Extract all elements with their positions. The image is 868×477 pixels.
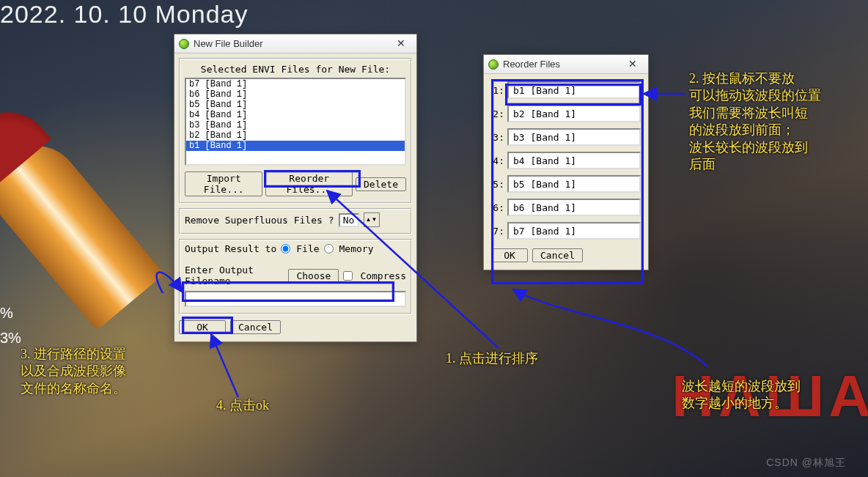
remove-superfluous-toggle[interactable]: ▲▼	[364, 212, 380, 227]
reorder-files-button[interactable]: Reorder Files...	[265, 171, 353, 196]
reorder-row-number: 1:	[491, 85, 504, 96]
file-list-item[interactable]: b2 [Band 1]	[186, 130, 405, 141]
output-file-radio[interactable]: File	[281, 243, 319, 254]
annotation-3: 3. 进行路径的设置 以及合成波段影像 文件的名称命名。	[21, 346, 126, 397]
reorder-band-field[interactable]: b3 [Band 1]	[507, 128, 641, 146]
envi-icon	[179, 39, 189, 49]
file-list-item[interactable]: b7 [Band 1]	[186, 79, 405, 89]
reorder-row-number: 6:	[491, 202, 504, 213]
close-icon[interactable]: ✕	[390, 37, 412, 51]
cancel-button[interactable]: Cancel	[230, 320, 281, 334]
annotation-2: 2. 按住鼠标不要放 可以拖动该波段的位置 我们需要将波长叫短 的波段放到前面；…	[689, 70, 865, 173]
remove-superfluous-label: Remove Superfluous Files ?	[185, 215, 334, 226]
builder-titlebar[interactable]: New File Builder ✕	[174, 34, 416, 53]
reorder-row[interactable]: 4:b4 [Band 1]	[491, 152, 641, 169]
reorder-row[interactable]: 2:b2 [Band 1]	[491, 105, 641, 122]
output-filename-input[interactable]	[185, 291, 406, 307]
reorder-band-field[interactable]: b4 [Band 1]	[507, 152, 641, 169]
reorder-cancel-button[interactable]: Cancel	[532, 248, 583, 262]
reorder-band-field[interactable]: b2 [Band 1]	[507, 105, 641, 122]
reorder-row-number: 4:	[491, 155, 504, 166]
reorder-ok-button[interactable]: OK	[491, 248, 528, 262]
reorder-files-dialog: Reorder Files ✕ 1:b1 [Band 1]2:b2 [Band …	[483, 54, 649, 270]
file-list-item[interactable]: b3 [Band 1]	[186, 120, 405, 130]
annotation-5: 波长越短的波段放到 数字越小的地方。	[682, 378, 801, 413]
overlay-percent-1: %	[0, 305, 13, 322]
reorder-row[interactable]: 5:b5 [Band 1]	[491, 175, 641, 193]
remove-superfluous-value[interactable]: No	[339, 213, 359, 227]
reorder-band-field[interactable]: b5 [Band 1]	[507, 175, 641, 193]
reorder-row-number: 3:	[491, 132, 504, 143]
file-list-item[interactable]: b6 [Band 1]	[186, 89, 405, 100]
envi-icon	[488, 59, 499, 70]
output-panel: Output Result to File Memory Enter Outpu…	[179, 239, 412, 314]
file-list-item[interactable]: b1 [Band 1]	[186, 141, 405, 151]
reorder-row-number: 7:	[491, 226, 504, 237]
reorder-titlebar[interactable]: Reorder Files ✕	[484, 55, 648, 74]
selected-files-panel: Selected ENVI Files for New File: b7 [Ba…	[179, 58, 412, 204]
reorder-band-field[interactable]: b6 [Band 1]	[507, 199, 641, 216]
delete-button[interactable]: Delete	[356, 177, 406, 191]
choose-button[interactable]: Choose	[288, 269, 339, 283]
reorder-row[interactable]: 7:b7 [Band 1]	[491, 222, 641, 240]
builder-title: New File Builder	[194, 38, 386, 49]
reorder-band-field[interactable]: b7 [Band 1]	[507, 222, 641, 240]
overlay-percent-2: 3%	[0, 330, 21, 347]
import-file-button[interactable]: Import File...	[185, 171, 262, 196]
compress-checkbox[interactable]: Compress	[343, 270, 406, 281]
date-overlay: 2022. 10. 10 Monday	[0, 1, 248, 26]
selected-files-label: Selected ENVI Files for New File:	[185, 64, 406, 75]
enter-filename-label: Enter Output Filename	[185, 265, 284, 286]
ok-button[interactable]: OK	[179, 320, 226, 334]
reorder-row[interactable]: 6:b6 [Band 1]	[491, 199, 641, 216]
new-file-builder-dialog: New File Builder ✕ Selected ENVI Files f…	[174, 34, 417, 342]
output-result-label: Output Result to	[185, 243, 276, 254]
file-list-item[interactable]: b5 [Band 1]	[186, 100, 405, 110]
file-list-item[interactable]: b4 [Band 1]	[186, 110, 405, 120]
remove-superfluous-panel: Remove Superfluous Files ? No ▲▼	[179, 208, 412, 234]
reorder-row-number: 2:	[491, 108, 504, 119]
csdn-watermark: CSDN @林旭王	[766, 456, 846, 470]
annotation-1: 1. 点击进行排序	[446, 350, 538, 367]
reorder-title: Reorder Files	[503, 59, 617, 70]
file-listbox[interactable]: b7 [Band 1]b6 [Band 1]b5 [Band 1]b4 [Ban…	[185, 78, 406, 166]
reorder-row-number: 5:	[491, 179, 504, 190]
close-icon[interactable]: ✕	[622, 58, 644, 71]
annotation-4: 4. 点击ok	[216, 397, 269, 414]
reorder-row[interactable]: 3:b3 [Band 1]	[491, 128, 641, 146]
reorder-list: 1:b1 [Band 1]2:b2 [Band 1]3:b3 [Band 1]4…	[488, 78, 644, 243]
output-memory-radio[interactable]: Memory	[324, 243, 374, 254]
reorder-band-field[interactable]: b1 [Band 1]	[507, 81, 641, 99]
reorder-row[interactable]: 1:b1 [Band 1]	[491, 81, 641, 99]
